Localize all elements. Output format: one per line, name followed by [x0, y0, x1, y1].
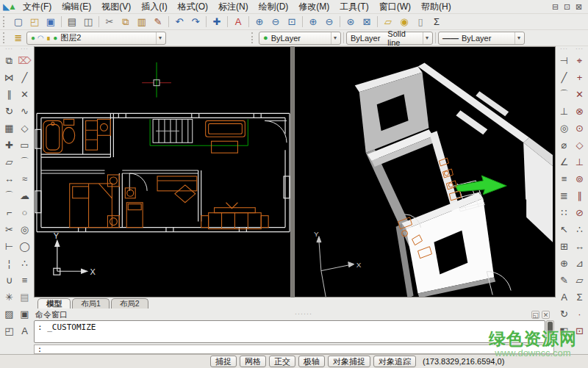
dim-radius-icon[interactable]: ◎ [556, 120, 572, 137]
zoom-previous-icon[interactable]: ⊖ [268, 15, 284, 29]
snap-midpoint-icon[interactable]: ⊗ [572, 103, 587, 120]
multiline-tool-icon[interactable]: ≡ [17, 272, 32, 289]
restore-button[interactable]: ⊡ [562, 2, 572, 12]
vba-macro-icon[interactable]: Σ [429, 15, 445, 29]
dock-icon[interactable]: ◱ [531, 311, 539, 319]
toggle-grid[interactable]: 网格 [240, 356, 266, 367]
snap-none-icon[interactable]: ⊘ [572, 204, 587, 221]
close-button[interactable]: ⊠ [574, 2, 584, 12]
measure-area-icon[interactable]: ▱ [572, 272, 587, 289]
cut-icon[interactable]: ✂ [101, 15, 118, 29]
group-tool-icon[interactable]: ◰ [1, 322, 17, 339]
toggle-otrack[interactable]: 对象追踪 [373, 356, 416, 367]
point-style-icon[interactable]: ∴ [572, 221, 587, 238]
snap-parallel-icon[interactable]: ∥ [572, 187, 587, 204]
undo-icon[interactable]: ↶ [171, 15, 187, 29]
menu-modify[interactable]: 修改(M) [293, 0, 334, 14]
menu-help[interactable]: 帮助(H) [416, 0, 456, 14]
menu-tools[interactable]: 工具(T) [334, 0, 373, 14]
zoom-extents-icon[interactable]: ⊠ [359, 15, 375, 29]
print-preview-icon[interactable]: ◫ [80, 15, 96, 29]
brush-icon[interactable]: ✎ [150, 15, 166, 29]
extend-tool-icon[interactable]: ⊢ [1, 238, 17, 255]
viewport-3d-view[interactable]: Y X [294, 46, 556, 297]
tab-layout2[interactable]: 布局2 [111, 298, 148, 309]
copy-tool-icon[interactable]: ⧉ [1, 52, 17, 69]
menu-window[interactable]: 窗口(W) [374, 0, 416, 14]
temp-track-point-icon[interactable]: ⌖ [572, 52, 587, 69]
dim-ordinate-icon[interactable]: ⊥ [556, 103, 572, 120]
dim-angular-icon[interactable]: ∠ [556, 154, 572, 170]
dim-text-edit-icon[interactable]: A [556, 289, 572, 306]
stretch-tool-icon[interactable]: ↔ [1, 170, 17, 187]
array-tool-icon[interactable]: ▦ [1, 120, 17, 137]
menu-format[interactable]: 格式(O) [173, 0, 213, 14]
layer-manager-icon[interactable]: ≣ [10, 31, 26, 45]
tolerance-icon[interactable]: ⊞ [556, 238, 572, 255]
erase-tool-icon[interactable]: ⌦ [17, 52, 32, 69]
circle-tool-icon[interactable]: ○ [17, 204, 32, 221]
dim-linear-icon[interactable]: ⊣ [556, 52, 572, 69]
measure-distance-icon[interactable]: ↔ [572, 238, 587, 255]
hatch-edit-tool-icon[interactable]: ▨ [1, 306, 17, 322]
text-tool-icon[interactable]: A [17, 322, 32, 339]
dim-aligned-icon[interactable]: ╱ [556, 69, 572, 86]
measure-icon[interactable]: ▱ [380, 15, 396, 29]
tab-model[interactable]: 模型 [37, 298, 71, 309]
command-history[interactable]: : _CUSTOMIZE [34, 320, 545, 343]
snap-node-icon[interactable]: ⊙ [572, 120, 587, 137]
close-icon[interactable]: ✕ [542, 311, 550, 319]
color-text-icon[interactable]: A [230, 15, 246, 29]
offset-tool-icon[interactable]: ∥ [1, 86, 17, 103]
fillet-tool-icon[interactable]: ⌒ [1, 187, 17, 204]
spline-tool-icon[interactable]: ≈ [17, 170, 32, 187]
zoom-out-icon[interactable]: ⊖ [321, 15, 337, 29]
menu-view[interactable]: 视图(V) [96, 0, 136, 14]
command-scrollbar[interactable] [546, 320, 554, 343]
point-tool-icon[interactable]: ∴ [17, 255, 32, 272]
zoom-in-icon[interactable]: ⊕ [305, 15, 321, 29]
polyline-tool-icon[interactable]: ∿ [17, 103, 32, 120]
toggle-snap[interactable]: 捕捉 [210, 356, 237, 367]
dim-diameter-icon[interactable]: ⌀ [556, 137, 572, 154]
palette-grip[interactable]: ··· [21, 47, 29, 51]
render-icon[interactable]: ◉ [396, 15, 412, 29]
snap-from-icon[interactable]: + [572, 69, 587, 86]
linetype-dropdown[interactable]: ByLayer Solid line [346, 32, 433, 45]
snap-insert-icon[interactable]: ⊡ [572, 322, 587, 339]
layer-dropdown[interactable]: ●◠∎● 图层2 [26, 32, 166, 45]
toolbar-grip[interactable] [3, 16, 8, 27]
tab-layout1[interactable]: 布局1 [72, 298, 110, 309]
menu-file[interactable]: 文件(F) [18, 0, 57, 14]
mirror-tool-icon[interactable]: ⋈ [1, 69, 17, 86]
explode-tool-icon[interactable]: ✳ [1, 289, 17, 306]
menu-insert[interactable]: 插入(I) [136, 0, 172, 14]
redo-icon[interactable]: ↷ [187, 15, 204, 29]
zoom-all-icon[interactable]: ⊛ [343, 15, 359, 29]
splitter-handle[interactable]: ······ [295, 310, 312, 317]
toggle-polar[interactable]: 极轴 [298, 356, 325, 367]
scrollbar-thumb[interactable] [548, 322, 553, 333]
snap-quadrant-icon[interactable]: ◇ [572, 137, 587, 154]
center-mark-icon[interactable]: ⊕ [556, 255, 572, 272]
rotate-tool-icon[interactable]: ↻ [1, 103, 17, 120]
menu-draw[interactable]: 绘制(D) [254, 0, 294, 14]
break-tool-icon[interactable]: ¦ [1, 255, 17, 272]
ellipse-tool-icon[interactable]: ◯ [17, 238, 32, 255]
snap-endpoint-icon[interactable]: ✕ [572, 86, 587, 103]
join-tool-icon[interactable]: ∪ [1, 272, 17, 289]
lineweight-dropdown[interactable]: —— ByLayer [438, 32, 525, 45]
dim-update-icon[interactable]: ↻ [556, 306, 572, 322]
pan-icon[interactable]: ✚ [209, 15, 225, 29]
palette-grip[interactable]: ··· [5, 47, 13, 51]
print-icon[interactable]: ▤ [64, 15, 80, 29]
measure-angle-icon[interactable]: ⊿ [572, 255, 587, 272]
chamfer-tool-icon[interactable]: ⌐ [1, 204, 17, 221]
rectangle-tool-icon[interactable]: ▭ [17, 137, 32, 154]
palette-grip[interactable]: ··· [560, 47, 568, 51]
toggle-osnap[interactable]: 对象捕捉 [328, 356, 370, 367]
save-icon[interactable]: ▣ [43, 15, 59, 29]
polygon-tool-icon[interactable]: ◇ [17, 120, 32, 137]
paste-icon[interactable]: ▥ [134, 15, 150, 29]
scale-tool-icon[interactable]: ▱ [1, 154, 17, 170]
